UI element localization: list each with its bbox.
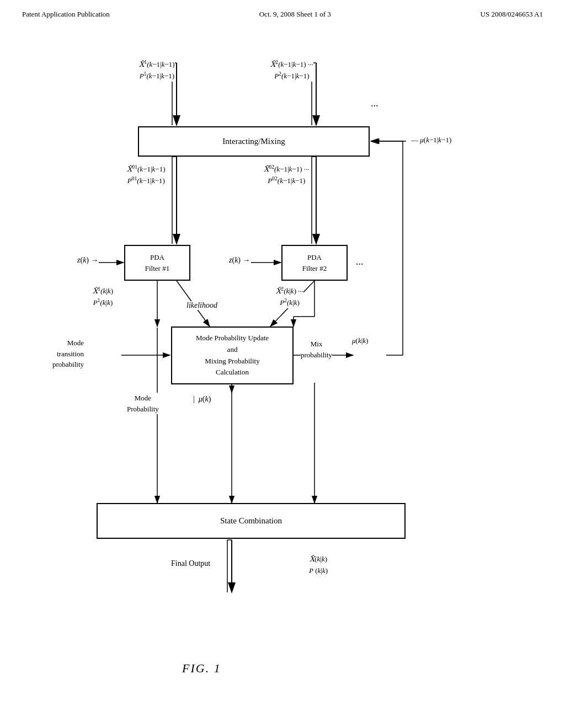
header-center: Oct. 9, 2008 Sheet 1 of 3: [259, 10, 331, 19]
zk-label-1: z(k) →: [77, 256, 99, 265]
interacting-mixing-box: Interacting/Mixing: [138, 126, 370, 157]
mode-prob-update-box: Mode Probability UpdateandMixing Probabi…: [171, 326, 294, 384]
x02-label: X̂02(k−1|k−1) ··· P02(k−1|k−1): [264, 163, 310, 186]
mu-k-label: | μ(k): [193, 395, 211, 404]
zk-label-2: z(k) →: [229, 256, 250, 265]
header-right: US 2008/0246653 A1: [481, 10, 543, 19]
diagram: Interacting/Mixing PDAFilter #1 PDAFilte…: [0, 24, 565, 686]
mode-probability-label: ModeProbability: [127, 393, 159, 414]
header-left: Patent Application Publication: [22, 10, 110, 19]
mode-transition-label: Modetransitionprobability: [52, 338, 84, 370]
pda-filter-1-box: PDAFilter #1: [124, 245, 190, 281]
mix-probability-label: Mixprobability: [301, 339, 332, 360]
fig-label: FIG. 1: [182, 661, 221, 676]
dots-filter-label: ···: [356, 259, 364, 270]
mu-kk-label: μ(k|k): [352, 336, 368, 345]
final-output-label: Final Output: [171, 559, 210, 568]
x2kk-label: X̂2(k|k) ··· P2(k|k): [276, 285, 303, 308]
x1kk-label: X̂1(k|k) P1(k|k): [93, 285, 113, 308]
page-header: Patent Application Publication Oct. 9, 2…: [0, 0, 565, 19]
likelihood-label: likelihood: [186, 301, 217, 310]
dots-top-label: ···: [371, 100, 379, 112]
x1-input-label: X̂1(k−1|k−1) P1(k−1|k−1): [139, 58, 175, 82]
pda-filter-2-box: PDAFilter #2: [281, 245, 348, 281]
state-combination-box: State Combination: [97, 503, 406, 539]
mu-input-label: — μ(k−1|k−1): [411, 136, 451, 144]
x2-input-label: X̂2(k−1|k−1) ··· P2(k−1|k−1): [270, 58, 313, 82]
xkk-final-label: X̂(k|k) P (k|k): [309, 554, 328, 577]
x01-label: X̂01(k−1|k−1) P01(k−1|k−1): [127, 163, 166, 186]
